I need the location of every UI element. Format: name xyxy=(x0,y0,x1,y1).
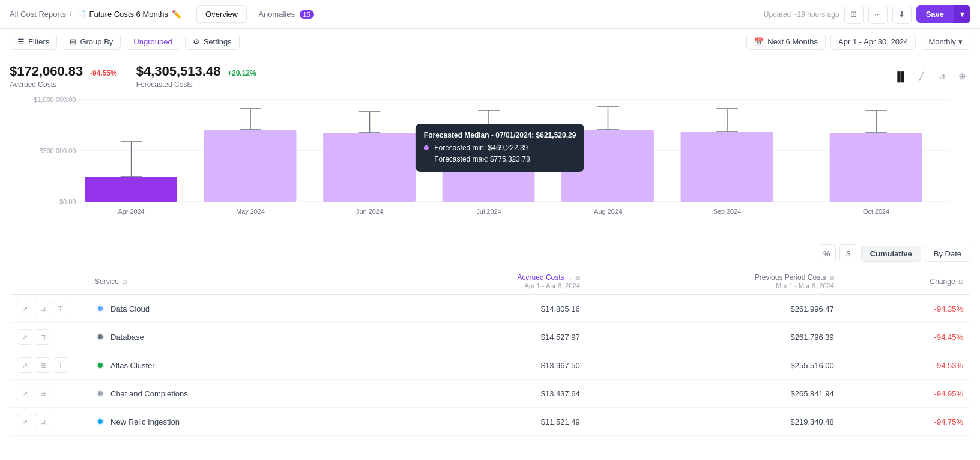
settings-icon: ⚙ xyxy=(193,37,200,46)
change-value: -94.53% xyxy=(841,351,970,380)
chart-area: $1,000,000.00 $500,000.00 $0.00 xyxy=(10,94,970,238)
svg-rect-26 xyxy=(681,132,773,202)
date-range-btn[interactable]: 📅 Next 6 Months xyxy=(746,34,826,50)
row-chart-btn[interactable]: ↗ xyxy=(17,357,32,373)
accrued-label: Accrued Costs xyxy=(10,80,117,89)
row-grid-btn[interactable]: ⊞ xyxy=(35,301,50,316)
svg-point-48 xyxy=(98,391,103,396)
table-toolbar: % $ Cumulative By Date xyxy=(0,238,980,268)
row-chart-btn[interactable]: ↗ xyxy=(17,414,32,429)
service-name: Chat and Completions xyxy=(110,389,188,398)
change-value: -94.95% xyxy=(841,380,970,408)
row-tree-btn[interactable]: ⊤ xyxy=(53,357,68,373)
svg-rect-10 xyxy=(204,130,297,202)
row-chart-btn[interactable]: ↗ xyxy=(17,386,32,401)
service-cell: Data Cloud xyxy=(88,295,378,323)
accrued-cost: $11,521.49 xyxy=(378,408,587,436)
bydate-btn[interactable]: By Date xyxy=(925,246,970,262)
col-change: Change ⊟ xyxy=(841,268,970,295)
chart-svg: $1,000,000.00 $500,000.00 $0.00 xyxy=(19,94,961,226)
forecasted-label: Forecasted Costs xyxy=(136,80,256,89)
edit-icon[interactable]: ✏️ xyxy=(172,10,182,19)
tab-anomalies[interactable]: Anomalies 15 xyxy=(249,5,323,23)
svg-point-44 xyxy=(98,334,103,339)
breadcrumb-parent[interactable]: All Cost Reports xyxy=(10,10,66,19)
svg-text:Jun 2024: Jun 2024 xyxy=(356,208,383,215)
accrued-sort-icon[interactable]: ↓ xyxy=(569,274,572,281)
group-by-btn[interactable]: ⊞ Group By xyxy=(62,34,121,50)
prev-cost: $261,996.47 xyxy=(587,295,841,323)
percent-btn[interactable]: % xyxy=(818,244,836,262)
prev-cost: $255,516.00 xyxy=(587,351,841,380)
granularity-select[interactable]: Monthly ▾ xyxy=(921,34,970,50)
table-row: ↗ ⊞ Database $14,527.97 $261,796.39 -94.… xyxy=(10,323,970,351)
svg-text:Apr 2024: Apr 2024 xyxy=(118,208,144,215)
breadcrumb: All Cost Reports / 📄 Future Costs 6 Mont… xyxy=(10,10,182,19)
row-grid-btn[interactable]: ⊞ xyxy=(35,386,50,401)
service-filter-icon[interactable]: ⊟ xyxy=(122,279,127,285)
row-chart-btn[interactable]: ↗ xyxy=(17,329,32,345)
row-chart-btn[interactable]: ↗ xyxy=(17,301,32,316)
doc-icon: 📄 xyxy=(76,10,86,19)
line-chart-btn[interactable]: ╱ xyxy=(913,68,930,85)
cumulative-btn[interactable]: Cumulative xyxy=(861,246,921,262)
service-icon xyxy=(95,331,106,342)
col-prev-period: Previous Period Costs ⊟ Mar 1 - Mar 8, 2… xyxy=(587,268,841,295)
service-cell: Chat and Completions xyxy=(88,380,378,408)
calendar-icon: 📅 xyxy=(754,37,764,46)
service-name: Database xyxy=(110,333,144,342)
accrued-filter-icon[interactable]: ⊟ xyxy=(575,274,580,281)
row-grid-btn[interactable]: ⊞ xyxy=(35,414,50,429)
row-actions: ↗ ⊞ ⊤ xyxy=(10,295,88,323)
prev-cost: $261,796.39 xyxy=(587,323,841,351)
scatter-chart-btn[interactable]: ⊕ xyxy=(954,68,970,85)
svg-text:Sep 2024: Sep 2024 xyxy=(713,208,742,215)
svg-point-42 xyxy=(98,306,103,311)
accrued-cost: $14,527.97 xyxy=(378,323,587,351)
toolbar: ☰ Filters ⊞ Group By Ungrouped ⚙ Setting… xyxy=(0,29,980,55)
save-dropdown-arrow[interactable]: ▾ xyxy=(954,5,970,23)
svg-text:$500,000.00: $500,000.00 xyxy=(40,147,76,154)
svg-rect-30 xyxy=(830,133,922,202)
change-filter-icon[interactable]: ⊟ xyxy=(958,279,963,285)
ungrouped-btn[interactable]: Ungrouped xyxy=(126,34,180,50)
accrued-cost: $13,437.64 xyxy=(378,380,587,408)
updated-label: Updated ~19 hours ago xyxy=(764,10,839,19)
dollar-btn[interactable]: $ xyxy=(839,244,858,262)
row-grid-btn[interactable]: ⊞ xyxy=(35,329,50,345)
settings-btn[interactable]: ⚙ Settings xyxy=(185,34,240,50)
tab-overview[interactable]: Overview xyxy=(196,5,247,23)
prev-cost: $219,340.48 xyxy=(587,408,841,436)
more-options-btn[interactable]: ··· xyxy=(868,5,888,24)
row-tree-btn[interactable]: ⊤ xyxy=(53,301,68,316)
service-cell: Database xyxy=(88,323,378,351)
costs-table: Service ⊟ Accrued Costs ↓ ⊟ Apr 1 - Apr … xyxy=(10,268,970,436)
row-grid-btn[interactable]: ⊞ xyxy=(35,357,50,373)
date-display-btn[interactable]: Apr 1 - Apr 30, 2024 xyxy=(830,34,916,50)
monitor-icon-btn[interactable]: ⊡ xyxy=(844,5,864,24)
service-name: Data Cloud xyxy=(110,304,150,313)
svg-rect-22 xyxy=(561,130,654,202)
row-actions: ↗ ⊞ xyxy=(10,408,88,436)
chart-type-buttons: ▐▌ ╱ ⊿ ⊕ xyxy=(892,68,970,85)
forecasted-summary: $4,305,513.48 +20.12% Forecasted Costs xyxy=(136,64,256,89)
accrued-cost: $13,967.50 xyxy=(378,351,587,380)
svg-text:$0.00: $0.00 xyxy=(59,198,76,205)
forecasted-change: +20.12% xyxy=(228,69,256,77)
area-chart-btn[interactable]: ⊿ xyxy=(933,68,950,85)
table-wrap: Service ⊟ Accrued Costs ↓ ⊟ Apr 1 - Apr … xyxy=(0,268,980,436)
row-actions: ↗ ⊞ xyxy=(10,380,88,408)
save-button[interactable]: Save ▾ xyxy=(916,5,970,23)
filters-btn[interactable]: ☰ Filters xyxy=(10,34,57,50)
bar-chart-btn[interactable]: ▐▌ xyxy=(892,68,909,85)
table-row: ↗ ⊞ ⊤ Atlas Cluster $13,967.50 $255,516.… xyxy=(10,351,970,380)
table-row: ↗ ⊞ Chat and Completions $13,437.64 $265… xyxy=(10,380,970,408)
accrued-change: -94.55% xyxy=(90,69,117,77)
top-bar: All Cost Reports / 📄 Future Costs 6 Mont… xyxy=(0,0,980,29)
svg-rect-18 xyxy=(443,135,535,202)
prev-filter-icon[interactable]: ⊟ xyxy=(829,274,834,281)
toolbar-left: ☰ Filters ⊞ Group By Ungrouped ⚙ Setting… xyxy=(10,34,240,50)
download-btn[interactable]: ⬇ xyxy=(892,5,912,24)
accrued-cost: $14,805.16 xyxy=(378,295,587,323)
svg-point-46 xyxy=(98,363,103,368)
